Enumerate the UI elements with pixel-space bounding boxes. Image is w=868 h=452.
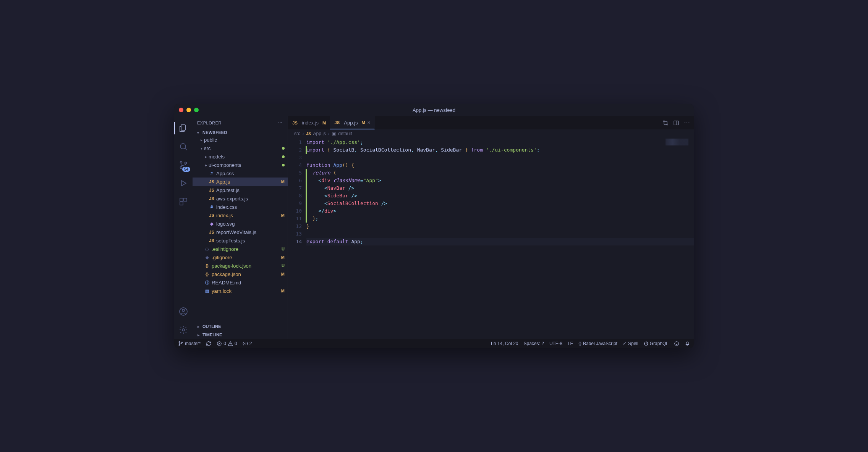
outline-section[interactable]: ▸ OUTLINE xyxy=(193,322,288,331)
editor-more-button[interactable]: ⋯ xyxy=(684,119,690,126)
tree-file[interactable]: ◌.eslintignoreU xyxy=(193,245,288,253)
tree-folder[interactable]: ▸ui-components xyxy=(193,161,288,169)
tree-file[interactable]: JSApp.test.js xyxy=(193,186,288,194)
bell-icon xyxy=(685,341,690,346)
maximize-window-button[interactable] xyxy=(194,108,199,112)
project-header[interactable]: ▾ NEWSFEED xyxy=(193,129,288,136)
code-line[interactable]: import './App.css'; xyxy=(306,139,694,146)
tree-file[interactable]: JSreportWebVitals.js xyxy=(193,228,288,236)
compare-changes-button[interactable] xyxy=(662,120,669,126)
check-icon: ✓ xyxy=(623,341,627,346)
sidebar-header: EXPLORER ⋯ xyxy=(193,116,288,129)
code-line[interactable] xyxy=(306,230,694,238)
file-label: index.css xyxy=(216,204,285,210)
status-encoding[interactable]: UTF-8 xyxy=(549,341,562,346)
js-icon: JS xyxy=(334,120,340,125)
file-type-icon: # xyxy=(209,171,215,176)
code-line[interactable]: ); xyxy=(306,215,694,223)
status-language[interactable]: {} Babel JavaScript xyxy=(578,341,617,346)
status-problems[interactable]: 0 0 xyxy=(217,341,237,346)
tree-file[interactable]: JSaws-exports.js xyxy=(193,194,288,203)
code-content[interactable]: import './App.css';import { SocialB, Soc… xyxy=(306,138,694,339)
code-line[interactable]: </div> xyxy=(306,207,694,215)
tree-file[interactable]: ▤yarn.lockM xyxy=(193,287,288,295)
chevron-right-icon: › xyxy=(328,132,329,136)
code-line[interactable]: <SideBar /> xyxy=(306,192,694,200)
file-type-icon: JS xyxy=(209,196,215,201)
tree-file[interactable]: ◆logo.svg xyxy=(193,220,288,228)
code-line[interactable]: return ( xyxy=(306,169,694,177)
file-label: App.js xyxy=(216,179,280,185)
braces-icon: {} xyxy=(578,341,581,346)
activity-run-debug[interactable] xyxy=(174,174,193,192)
status-eol[interactable]: LF xyxy=(568,341,573,346)
file-label: package-lock.json xyxy=(212,263,280,269)
tree-file[interactable]: #index.css xyxy=(193,203,288,211)
sync-icon xyxy=(206,341,211,346)
radio-icon xyxy=(243,341,248,346)
explorer-more-button[interactable]: ⋯ xyxy=(278,120,283,125)
account-icon xyxy=(179,307,188,316)
status-graphql[interactable]: ⏻ GraphQL xyxy=(644,341,669,346)
breadcrumb-segment[interactable]: App.js xyxy=(313,131,326,136)
status-ports[interactable]: 2 xyxy=(243,341,252,346)
status-branch[interactable]: master* xyxy=(178,341,201,346)
breadcrumb[interactable]: src › JS App.js › ▣ default xyxy=(288,129,694,138)
close-window-button[interactable] xyxy=(179,108,183,112)
outline-label: OUTLINE xyxy=(202,324,221,329)
tree-folder[interactable]: ▾src xyxy=(193,144,288,152)
tree-file[interactable]: ⓘREADME.md xyxy=(193,278,288,287)
breadcrumb-segment[interactable]: src xyxy=(294,131,300,136)
js-icon: JS xyxy=(292,121,298,125)
tree-file[interactable]: ◆.gitignoreM xyxy=(193,253,288,262)
activity-explorer[interactable] xyxy=(174,119,193,137)
split-editor-button[interactable] xyxy=(673,120,679,126)
activity-settings[interactable] xyxy=(174,321,193,339)
tree-file[interactable]: #App.css xyxy=(193,169,288,178)
files-icon xyxy=(179,124,188,133)
status-bell[interactable] xyxy=(685,341,690,346)
timeline-section[interactable]: ▸ TIMELINE xyxy=(193,331,288,339)
editor-tab[interactable]: JSindex.jsM xyxy=(288,116,330,129)
project-label: NEWSFEED xyxy=(202,130,227,135)
status-spell[interactable]: ✓ Spell xyxy=(623,341,638,346)
tree-file[interactable]: JSindex.jsM xyxy=(193,211,288,220)
close-tab-button[interactable]: × xyxy=(368,119,371,126)
svg-point-14 xyxy=(179,341,180,342)
code-line[interactable]: <NavBar /> xyxy=(306,184,694,192)
minimize-window-button[interactable] xyxy=(186,108,191,112)
tree-folder[interactable]: ▸public xyxy=(193,136,288,144)
status-sync[interactable] xyxy=(206,341,211,346)
code-line[interactable]: export default App; xyxy=(306,238,694,245)
code-line[interactable]: <SocialBCollection /> xyxy=(306,200,694,207)
code-line[interactable]: import { SocialB, SocialBCollection, Nav… xyxy=(306,146,694,154)
activity-account[interactable] xyxy=(174,302,193,321)
status-spaces[interactable]: Spaces: 2 xyxy=(524,341,544,346)
activity-extensions[interactable] xyxy=(174,192,193,211)
editor-tab[interactable]: JSApp.jsM× xyxy=(330,116,375,129)
breadcrumb-segment[interactable]: default xyxy=(338,131,352,136)
tab-label: index.js xyxy=(302,120,319,126)
explorer-label: EXPLORER xyxy=(197,121,222,125)
code-line[interactable]: <div className="App"> xyxy=(306,177,694,184)
minimap[interactable] xyxy=(666,139,688,145)
tree-file[interactable]: JSsetupTests.js xyxy=(193,236,288,245)
tree-file[interactable]: JSApp.jsM xyxy=(193,178,288,186)
activity-source-control[interactable]: 54 xyxy=(174,156,193,174)
status-cursor[interactable]: Ln 14, Col 20 xyxy=(491,341,518,346)
code-line[interactable] xyxy=(306,154,694,161)
status-feedback[interactable] xyxy=(674,341,679,346)
code-line[interactable]: function App() { xyxy=(306,161,694,169)
chevron-down-icon: ▾ xyxy=(196,131,201,135)
tree-file[interactable]: {}package-lock.jsonU xyxy=(193,262,288,270)
line-number: 11 xyxy=(288,215,302,223)
tree-file[interactable]: {}package.jsonM xyxy=(193,270,288,278)
code-line[interactable]: } xyxy=(306,223,694,230)
file-type-icon: {} xyxy=(204,263,210,268)
line-number: 13 xyxy=(288,230,302,238)
activity-search[interactable] xyxy=(174,137,193,156)
code-editor[interactable]: 1234567891011121314 import './App.css';i… xyxy=(288,138,694,339)
tree-folder[interactable]: ▸models xyxy=(193,152,288,161)
svg-rect-0 xyxy=(181,125,185,130)
git-status-badge: M xyxy=(281,255,285,260)
